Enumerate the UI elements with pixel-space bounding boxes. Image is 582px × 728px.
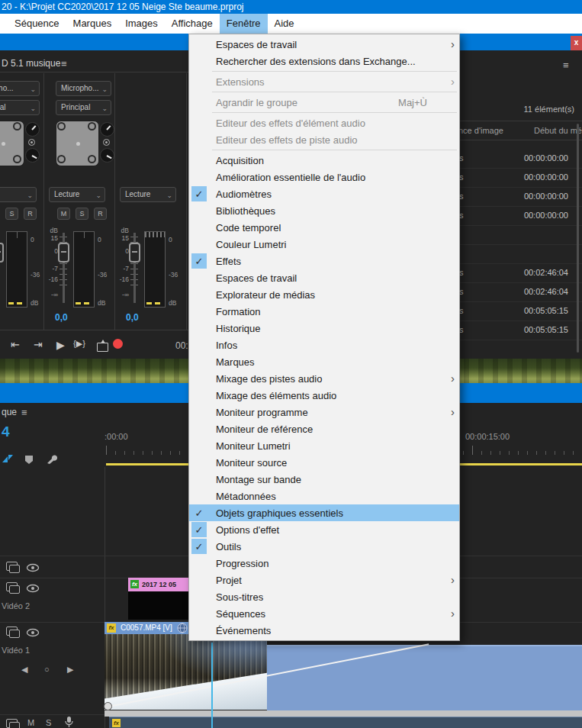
menubar-item-affichage[interactable]: Affichage	[165, 14, 220, 34]
project-row[interactable]: s00:00:00:00	[458, 207, 582, 226]
menu-item-agrandir-le-groupe[interactable]: Agrandir le groupeMaj+Ù	[189, 94, 459, 111]
eye-icon[interactable]	[26, 627, 40, 640]
volume-fader[interactable]	[129, 243, 140, 263]
menu-item-projet[interactable]: Projet›	[189, 572, 459, 588]
project-row[interactable]: s00:05:05:15	[458, 321, 582, 340]
menu-item-moniteur-de-reference[interactable]: Moniteur de référence	[189, 420, 459, 437]
menubar-item-images[interactable]: Images	[118, 14, 165, 34]
eye-icon[interactable]	[26, 582, 40, 596]
timeline-timecode[interactable]: 4	[2, 424, 10, 440]
menu-item-effets[interactable]: ✓Effets	[189, 253, 459, 269]
track-label-video1[interactable]: Vidéo 1	[2, 646, 30, 655]
clip-nested-sequence[interactable]: fx 2017 12 05	[128, 578, 191, 591]
volume-fader[interactable]	[58, 243, 69, 263]
play-in-to-out-icon[interactable]: {▶}	[73, 339, 85, 349]
menu-item-editeur-des-effets-de-piste-audio[interactable]: Editeur des effets de piste audio	[189, 131, 459, 148]
add-keyframe-icon[interactable]: ○	[44, 665, 50, 674]
play-icon[interactable]: ▶	[56, 339, 65, 351]
pan-knob[interactable]	[25, 148, 40, 163]
input-select[interactable]: Micropho... ⌄	[56, 81, 111, 96]
menu-item-audiometres[interactable]: ✓Audiomètres	[189, 185, 459, 202]
menu-item-infos[interactable]: Infos	[189, 337, 459, 353]
menu-item-historique[interactable]: Historique	[189, 320, 459, 337]
menu-item-metadonnees[interactable]: Métadonnées	[189, 488, 459, 504]
column-header-framerate[interactable]: nce d'image	[458, 126, 503, 135]
pan-knob[interactable]	[100, 148, 114, 163]
menubar-item-marques[interactable]: Marques	[66, 14, 119, 34]
surround-panner[interactable]	[56, 121, 99, 166]
project-panel-menu-icon[interactable]: ≡	[563, 60, 569, 71]
source-patch-icon[interactable]	[6, 719, 18, 728]
project-row[interactable]	[458, 226, 582, 245]
menu-item-sous-titres[interactable]: Sous-titres	[189, 588, 459, 605]
menu-item-espaces-de-travail[interactable]: Espaces de travail›	[189, 36, 459, 53]
menu-item-sequences[interactable]: Séquences›	[189, 605, 459, 622]
menu-item-formation[interactable]: Formation	[189, 303, 459, 320]
source-patch-icon[interactable]	[6, 582, 18, 591]
eye-icon[interactable]	[26, 562, 40, 575]
project-row[interactable]: s00:02:46:04	[458, 264, 582, 283]
panner-puck[interactable]	[13, 155, 21, 163]
project-row[interactable]: s00:00:00:00	[458, 169, 582, 188]
close-icon[interactable]: x	[571, 36, 582, 50]
timeline-tab[interactable]: que	[2, 407, 17, 417]
menu-item-couleur-lumetri[interactable]: Couleur Lumetri	[189, 236, 459, 253]
menu-item-objets-graphiques-essentiels[interactable]: ✓Objets graphiques essentiels	[189, 504, 459, 521]
menu-item-evenements[interactable]: Événements	[189, 622, 459, 639]
menubar-item-fenetre[interactable]: Fenêtre	[220, 14, 268, 34]
fader-value[interactable]: 0,0	[126, 312, 139, 323]
project-row[interactable]: s00:00:00:00	[458, 188, 582, 207]
menu-item-extensions[interactable]: Extensions›	[189, 73, 459, 90]
input-select[interactable]: opho... ⌄	[0, 81, 40, 96]
panner-puck[interactable]	[88, 155, 96, 163]
menubar-item-sequence[interactable]: Séquence	[8, 14, 66, 34]
menu-item-editeur-des-effets-d-element-audio[interactable]: Editeur des effets d'élément audio	[189, 114, 459, 131]
previous-keyframe-icon[interactable]: ◀	[21, 665, 27, 675]
menu-item-bibliotheques[interactable]: Bibliothèques	[189, 202, 459, 219]
automation-select[interactable]: ure ⌄	[0, 187, 37, 202]
menu-item-acquisition[interactable]: Acquisition	[189, 152, 459, 169]
snap-icon[interactable]	[2, 453, 14, 467]
menu-item-moniteur-source[interactable]: Moniteur source	[189, 454, 459, 471]
menu-item-outils[interactable]: ✓Outils	[189, 538, 459, 555]
timeline-panel-menu-icon[interactable]: ≡	[21, 407, 27, 418]
marker-icon[interactable]	[24, 454, 34, 468]
project-row[interactable]: s00:02:46:04	[458, 283, 582, 302]
menu-item-rechercher-des-extensions-dans-exchange[interactable]: Rechercher des extensions dans Exchange.…	[189, 53, 459, 69]
automation-select[interactable]: Lecture ⌄	[120, 187, 176, 202]
menu-item-code-temporel[interactable]: Code temporel	[189, 219, 459, 236]
project-row[interactable]: s00:00:00:00	[458, 150, 582, 169]
panner-puck[interactable]	[57, 155, 66, 163]
mute-button[interactable]: M	[27, 718, 34, 727]
menu-item-amelioration-essentielle-de-l-audio[interactable]: Amélioration essentielle de l'audio	[189, 169, 459, 185]
project-row[interactable]	[458, 245, 582, 264]
menu-item-marques[interactable]: Marques	[189, 353, 459, 370]
automation-select[interactable]: Lecture ⌄	[49, 187, 105, 202]
wrench-icon[interactable]	[46, 453, 57, 468]
menu-item-explorateur-de-medias[interactable]: Explorateur de médias	[189, 286, 459, 303]
column-header-media-start[interactable]: Début du média	[534, 126, 582, 135]
menu-item-espaces-de-travail[interactable]: Espaces de travail	[189, 269, 459, 286]
playhead[interactable]	[211, 643, 213, 728]
next-keyframe-icon[interactable]: ▶	[67, 665, 73, 675]
source-patch-icon[interactable]	[6, 627, 18, 636]
menu-item-mixage-des-elements-audio[interactable]: Mixage des éléments audio	[189, 387, 459, 404]
microphone-icon[interactable]	[64, 717, 74, 728]
go-to-out-icon[interactable]: ⇥	[34, 338, 43, 350]
solo-button[interactable]: S	[5, 208, 18, 220]
timeline-scrollbar[interactable]	[105, 710, 582, 717]
panner-puck[interactable]	[88, 122, 96, 130]
menubar-item-aide[interactable]: Aide	[268, 14, 301, 34]
bus-select[interactable]: Principal ⌄	[56, 100, 111, 115]
keyframe-handle[interactable]	[104, 702, 112, 710]
surround-panner[interactable]	[0, 121, 24, 166]
go-to-in-icon[interactable]: ⇤	[11, 338, 20, 350]
clip-nested-sequence-body[interactable]	[128, 591, 191, 620]
clip-audio[interactable]: fx	[109, 717, 582, 728]
pan-knob[interactable]	[25, 122, 40, 137]
fader-value[interactable]: 0,0	[55, 312, 68, 323]
mixer-tab[interactable]: D 5.1 musique	[2, 58, 60, 69]
clip-video-thumbnail[interactable]	[105, 634, 267, 710]
menu-item-moniteur-programme[interactable]: Moniteur programme›	[189, 404, 459, 420]
volume-fader[interactable]	[0, 243, 4, 263]
